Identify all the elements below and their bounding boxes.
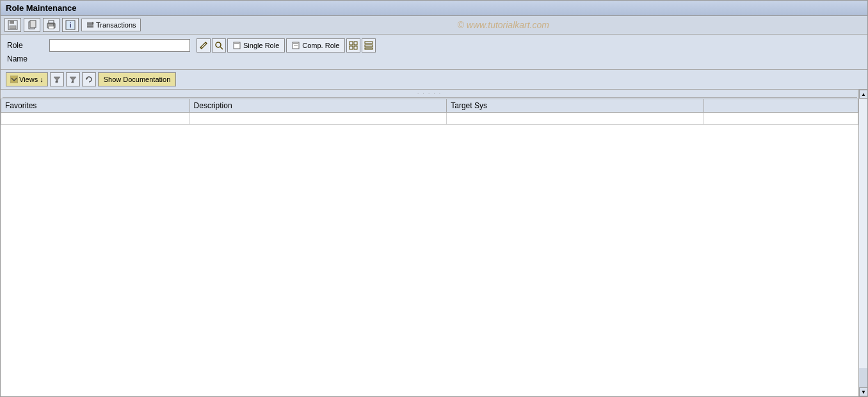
print-button[interactable]	[43, 18, 60, 32]
info-icon: i	[65, 20, 76, 30]
info-button[interactable]: i	[62, 18, 79, 32]
svg-rect-27	[10, 76, 18, 83]
single-role-icon	[233, 42, 241, 49]
col-description: Description	[189, 99, 447, 113]
views-button[interactable]: Views ↓	[6, 72, 48, 86]
table-header-row: Favorites Description Target Sys	[1, 99, 858, 113]
grid-btn-2[interactable]	[362, 38, 376, 53]
col-description-label: Description	[194, 101, 232, 110]
svg-point-8	[53, 24, 54, 26]
single-role-button[interactable]: Single Role	[227, 38, 285, 53]
save-button[interactable]	[4, 18, 21, 32]
single-role-label: Single Role	[243, 42, 279, 49]
show-documentation-label: Show Documentation	[104, 76, 171, 83]
svg-point-13	[216, 42, 221, 47]
main-toolbar: i Transactions © www.tutorialkart.com	[1, 16, 867, 35]
scroll-up-arrow[interactable]: ▲	[859, 90, 867, 99]
svg-rect-23	[354, 46, 357, 49]
svg-rect-21	[354, 42, 357, 45]
filter-down-button[interactable]	[50, 72, 64, 86]
transactions-label: Transactions	[96, 21, 136, 29]
main-content: · · · · · Favorites Description Target S…	[1, 90, 867, 396]
copy-icon	[27, 20, 37, 30]
show-documentation-button[interactable]: Show Documentation	[98, 72, 177, 86]
copy-button[interactable]	[24, 18, 40, 32]
save-icon	[8, 20, 18, 30]
scrollbar-right: ▲ ▼	[858, 90, 867, 396]
search-icon	[214, 41, 223, 50]
cell-target-sys	[447, 113, 704, 125]
name-label: Name	[7, 54, 45, 63]
grid2-icon	[364, 41, 373, 50]
transactions-button[interactable]: Transactions	[81, 19, 141, 31]
table-container: · · · · · Favorites Description Target S…	[1, 90, 858, 396]
filter-up-button[interactable]	[66, 72, 80, 86]
role-label: Role	[7, 41, 45, 50]
comp-role-button[interactable]: Comp. Role	[286, 38, 345, 53]
grid1-icon	[349, 41, 358, 50]
title-bar: Role Maintenance	[1, 1, 867, 16]
filter-down-icon	[52, 75, 61, 84]
transactions-icon	[86, 20, 95, 29]
table-row	[1, 113, 858, 125]
svg-rect-19	[294, 45, 298, 46]
col-favorites: Favorites	[1, 99, 190, 113]
scroll-down-arrow[interactable]: ▼	[859, 387, 867, 396]
svg-rect-4	[30, 20, 36, 28]
col-target-sys: Target Sys	[447, 99, 704, 113]
svg-rect-1	[10, 20, 14, 24]
cell-extra	[703, 113, 858, 125]
svg-line-14	[220, 47, 223, 49]
svg-rect-2	[10, 26, 16, 29]
cell-description	[189, 113, 447, 125]
grid-btn-1[interactable]	[346, 38, 360, 53]
data-table: · · · · · Favorites Description Target S…	[1, 90, 858, 125]
refresh-icon	[84, 75, 93, 84]
svg-rect-20	[350, 42, 353, 45]
svg-rect-24	[365, 42, 373, 44]
svg-marker-11	[92, 22, 94, 24]
window-title: Role Maintenance	[6, 3, 77, 13]
svg-rect-18	[293, 43, 298, 44]
watermark: © www.tutorialkart.com	[458, 20, 549, 30]
filter-up-icon	[68, 75, 77, 84]
scroll-track	[859, 99, 867, 368]
role-row: Role	[7, 38, 861, 53]
pencil-icon	[199, 41, 208, 50]
comp-role-icon	[292, 42, 300, 49]
edit-role-button[interactable]	[197, 38, 211, 53]
name-row: Name	[7, 54, 861, 63]
svg-line-12	[205, 42, 207, 44]
form-area: Role	[1, 35, 867, 70]
views-icon	[10, 76, 18, 83]
svg-rect-22	[350, 46, 353, 49]
main-window: Role Maintenance	[0, 0, 868, 397]
svg-rect-25	[365, 45, 373, 47]
views-label: Views ↓	[19, 76, 44, 83]
svg-text:i: i	[69, 21, 71, 29]
col-favorites-label: Favorites	[5, 101, 36, 110]
resize-dots: · · · · ·	[3, 90, 857, 98]
col-target-sys-label: Target Sys	[451, 101, 487, 110]
table-body	[1, 113, 858, 125]
svg-rect-16	[234, 43, 239, 44]
search-role-button[interactable]	[212, 38, 226, 53]
svg-rect-26	[365, 48, 373, 49]
cell-favorites	[1, 113, 190, 125]
refresh-button[interactable]	[82, 72, 96, 86]
role-input[interactable]	[49, 39, 190, 52]
table-header-drag-row: · · · · ·	[1, 90, 858, 99]
comp-role-label: Comp. Role	[302, 42, 339, 49]
col-extra	[703, 99, 858, 113]
svg-rect-7	[49, 26, 54, 29]
print-icon	[46, 20, 56, 30]
second-toolbar: Views ↓ Show Documentation	[1, 70, 867, 90]
role-controls: Single Role Comp. Role	[197, 38, 376, 53]
